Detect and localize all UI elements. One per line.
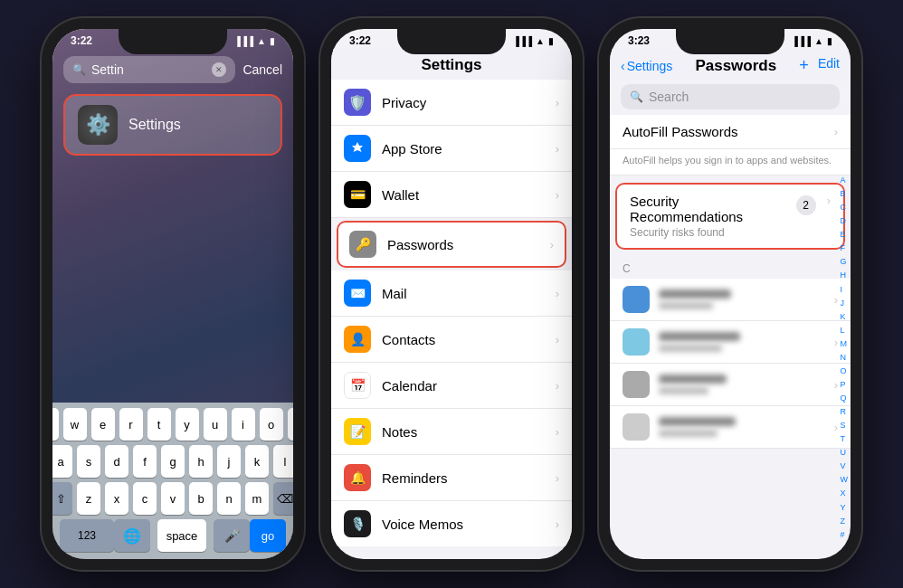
key-z[interactable]: z	[77, 482, 100, 515]
alpha-i[interactable]: I	[841, 285, 849, 294]
key-l[interactable]: l	[273, 445, 293, 478]
privacy-label: Privacy	[382, 95, 545, 110]
alpha-e[interactable]: E	[841, 230, 849, 239]
settings-item-contacts[interactable]: 👤 Contacts ›	[331, 317, 572, 363]
back-button[interactable]: ‹ Settings	[621, 59, 672, 73]
key-t[interactable]: t	[147, 408, 171, 441]
key-w[interactable]: w	[63, 408, 87, 441]
alpha-d[interactable]: D	[841, 216, 849, 225]
settings-item-mail[interactable]: ✉️ Mail ›	[331, 270, 572, 317]
edit-button[interactable]: Edit	[818, 56, 840, 75]
signal-icon: ▐▐▐	[234, 36, 253, 46]
pw-entry-2[interactable]: ›	[610, 321, 851, 364]
alpha-h[interactable]: H	[841, 270, 849, 280]
alpha-a[interactable]: A	[841, 175, 849, 185]
alpha-y[interactable]: Y	[841, 503, 849, 512]
key-s[interactable]: s	[77, 445, 100, 478]
key-d[interactable]: d	[105, 445, 128, 478]
settings-item-wallet[interactable]: 💳 Wallet ›	[331, 172, 572, 218]
security-recommendations-box[interactable]: Security Recommendations Security risks …	[615, 183, 845, 250]
settings-item-notes[interactable]: 📝 Notes ›	[331, 409, 572, 455]
key-123[interactable]: 123	[60, 519, 114, 552]
passwords-label: Passwords	[387, 237, 539, 252]
appstore-icon	[344, 135, 371, 162]
pw-entry-4[interactable]: ›	[610, 406, 851, 449]
alphabet-index[interactable]: A B C D E F G H I J K L M N O P Q R S T	[838, 174, 851, 541]
alpha-o[interactable]: O	[841, 366, 849, 375]
autofill-section: AutoFill Passwords › AutoFill helps you …	[610, 115, 851, 175]
key-g[interactable]: g	[161, 445, 185, 478]
key-j[interactable]: j	[217, 445, 241, 478]
phone-3-screen: 3:23 ▐▐▐ ▲ ▮ ‹ Settings Passwords + Edit	[610, 29, 851, 559]
key-delete[interactable]: ⌫	[273, 482, 293, 515]
pw-entry-3[interactable]: ›	[610, 364, 851, 406]
key-f[interactable]: f	[133, 445, 157, 478]
alpha-n[interactable]: N	[841, 353, 849, 362]
settings-item-privacy[interactable]: 🛡️ Privacy ›	[331, 80, 572, 126]
notch	[119, 29, 227, 54]
time-2: 3:22	[349, 34, 371, 47]
key-space[interactable]: space	[157, 519, 206, 552]
key-shift[interactable]: ⇧	[52, 482, 72, 515]
key-u[interactable]: u	[204, 408, 227, 441]
settings-result-item[interactable]: ⚙️ Settings	[63, 94, 282, 156]
security-item[interactable]: Security Recommendations Security risks …	[617, 185, 843, 248]
key-o[interactable]: o	[260, 408, 283, 441]
add-password-button[interactable]: +	[799, 56, 809, 75]
alpha-b[interactable]: B	[841, 189, 849, 198]
back-label: Settings	[627, 59, 673, 73]
key-a[interactable]: a	[52, 445, 72, 478]
passwords-search[interactable]: 🔍 Search	[621, 84, 840, 109]
key-y[interactable]: y	[176, 408, 199, 441]
alpha-u[interactable]: U	[841, 448, 849, 457]
key-mic[interactable]: 🎤	[214, 519, 250, 552]
key-h[interactable]: h	[189, 445, 213, 478]
key-i[interactable]: i	[232, 408, 255, 441]
alpha-j[interactable]: J	[841, 299, 849, 308]
key-b[interactable]: b	[189, 482, 213, 515]
alpha-w[interactable]: W	[841, 475, 849, 484]
keyboard: q w e r t y u i o p a s d f g h	[52, 403, 293, 559]
settings-item-voicememos[interactable]: 🎙️ Voice Memos ›	[331, 501, 572, 546]
mail-label: Mail	[382, 286, 545, 301]
key-m[interactable]: m	[245, 482, 269, 515]
alpha-p[interactable]: P	[841, 380, 849, 389]
settings-scroll[interactable]: 🛡️ Privacy › App Store › 💳	[331, 80, 572, 546]
phone-1-screen: 3:22 ▐▐▐ ▲ ▮ 🔍 Settin ✕ Cancel ⚙️ Settin…	[52, 29, 293, 559]
alpha-c[interactable]: C	[841, 203, 849, 212]
alpha-q[interactable]: Q	[841, 394, 849, 403]
pw-entry-1[interactable]: ›	[610, 279, 851, 321]
alpha-s[interactable]: S	[841, 421, 849, 430]
alpha-k[interactable]: K	[841, 312, 849, 321]
alpha-m[interactable]: M	[841, 339, 849, 348]
search-bar[interactable]: 🔍 Settin ✕	[63, 56, 235, 83]
settings-item-calendar[interactable]: 📅 Calendar ›	[331, 363, 572, 409]
key-k[interactable]: k	[245, 445, 269, 478]
key-x[interactable]: x	[105, 482, 128, 515]
alpha-r[interactable]: R	[841, 407, 849, 416]
key-v[interactable]: v	[161, 482, 185, 515]
alpha-g[interactable]: G	[841, 257, 849, 266]
autofill-item[interactable]: AutoFill Passwords ›	[610, 115, 851, 149]
settings-item-reminders[interactable]: 🔔 Reminders ›	[331, 455, 572, 501]
key-emoji[interactable]: 🌐	[114, 519, 150, 552]
alpha-x[interactable]: X	[841, 488, 849, 498]
key-r[interactable]: r	[119, 408, 143, 441]
alpha-f[interactable]: F	[841, 243, 849, 252]
key-go[interactable]: go	[250, 519, 286, 552]
alpha-hash[interactable]: #	[841, 530, 849, 539]
alpha-t[interactable]: T	[841, 434, 849, 443]
search-clear-button[interactable]: ✕	[212, 62, 226, 77]
key-p[interactable]: p	[288, 408, 294, 441]
alpha-v[interactable]: V	[841, 461, 849, 470]
cancel-button[interactable]: Cancel	[242, 62, 282, 77]
settings-item-passwords[interactable]: 🔑 Passwords ›	[337, 221, 566, 268]
alpha-z[interactable]: Z	[841, 517, 849, 526]
alpha-l[interactable]: L	[841, 326, 849, 335]
key-n[interactable]: n	[217, 482, 241, 515]
key-c[interactable]: c	[133, 482, 157, 515]
chevron-calendar: ›	[556, 379, 559, 393]
key-q[interactable]: q	[52, 408, 59, 441]
key-e[interactable]: e	[91, 408, 115, 441]
settings-item-appstore[interactable]: App Store ›	[331, 126, 572, 172]
